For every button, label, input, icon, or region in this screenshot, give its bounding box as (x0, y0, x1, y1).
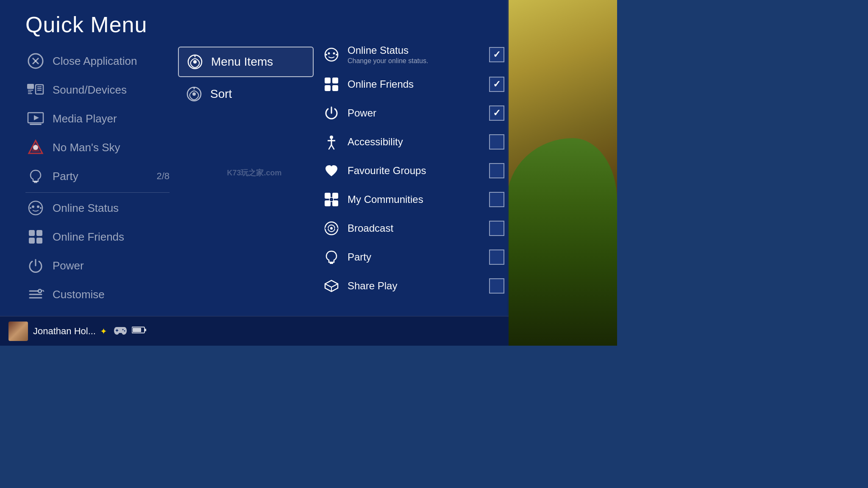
sidebar-item-party[interactable]: Party 2/8 (25, 162, 170, 193)
right-item-broadcast[interactable]: Broadcast (322, 215, 504, 242)
accessibility-checkbox[interactable] (489, 134, 504, 150)
favourite-groups-checkbox[interactable] (489, 163, 504, 178)
main-panel: Quick Menu Close Application (0, 0, 509, 346)
right-item-favourite-groups[interactable]: Favourite Groups (322, 157, 504, 184)
power-checkbox[interactable] (489, 105, 504, 121)
controller-icon (114, 325, 127, 337)
online-friends-left-label: Online Friends (53, 230, 124, 244)
online-status-left-label: Online Status (53, 202, 119, 215)
right-column: Online Status Change your online status.… (322, 40, 504, 301)
right-item-share-play[interactable]: Share Play (322, 272, 504, 299)
svg-rect-53 (332, 193, 338, 199)
online-friends-checkbox[interactable] (489, 77, 504, 92)
online-status-right-text: Online Status Change your online status. (348, 44, 489, 65)
middle-item-sort[interactable]: Sort (178, 80, 314, 108)
username: Jonathan Hol... (33, 326, 96, 337)
svg-rect-7 (36, 85, 43, 94)
page-title: Quick Menu (25, 12, 147, 37)
favourite-groups-label: Favourite Groups (348, 165, 489, 177)
right-item-online-status[interactable]: Online Status Change your online status. (322, 40, 504, 69)
right-item-my-communities[interactable]: My Communities (322, 186, 504, 213)
close-app-label: Close Application (53, 55, 137, 68)
party-right-checkbox[interactable] (489, 250, 504, 265)
close-app-icon (25, 51, 46, 71)
share-play-label: Share Play (348, 280, 489, 292)
online-status-sublabel: Change your online status. (348, 57, 489, 65)
sidebar-item-customise[interactable]: Customise (25, 280, 170, 309)
svg-rect-45 (325, 85, 331, 91)
broadcast-label: Broadcast (348, 222, 489, 234)
left-column: Close Application Sound/Devices (25, 47, 170, 309)
svg-marker-13 (34, 115, 39, 120)
share-play-text: Share Play (348, 280, 489, 292)
svg-point-41 (326, 54, 327, 55)
no-mans-sky-label: No Man's Sky (53, 141, 120, 154)
svg-rect-8 (37, 86, 42, 87)
accessibility-text: Accessibility (348, 136, 489, 148)
svg-rect-24 (29, 230, 35, 236)
svg-rect-73 (133, 328, 141, 332)
power-right-icon (322, 104, 341, 122)
right-item-party[interactable]: Party (322, 244, 504, 271)
svg-line-64 (325, 284, 331, 287)
customise-label: Customise (53, 288, 105, 301)
online-friends-right-text: Online Friends (348, 78, 489, 90)
sort-label: Sort (210, 87, 232, 101)
online-friends-right-label: Online Friends (348, 78, 489, 90)
bottom-bar: Jonathan Hol... ✦ (0, 316, 509, 346)
sidebar-item-close-app[interactable]: Close Application (25, 47, 170, 75)
my-communities-checkbox[interactable] (489, 192, 504, 207)
battery-icon (132, 326, 147, 336)
avatar (8, 322, 28, 341)
sound-devices-icon (25, 80, 46, 100)
middle-item-menu-items[interactable]: Menu Items (178, 47, 314, 77)
right-item-accessibility[interactable]: Accessibility (322, 128, 504, 155)
svg-rect-55 (332, 200, 338, 206)
svg-rect-4 (28, 90, 33, 91)
sidebar-item-online-friends[interactable]: Online Friends (25, 222, 170, 251)
svg-rect-6 (28, 93, 32, 94)
menu-items-icon (186, 53, 204, 71)
online-status-checkbox[interactable] (489, 47, 504, 62)
party-right-icon (322, 248, 341, 266)
online-status-right-label: Online Status (348, 44, 489, 56)
svg-rect-52 (325, 193, 331, 199)
svg-point-22 (30, 207, 31, 209)
power-right-label: Power (348, 107, 489, 119)
sort-icon (185, 85, 203, 103)
sidebar-item-sound-devices[interactable]: Sound/Devices (25, 75, 170, 104)
power-left-label: Power (53, 259, 84, 272)
svg-line-50 (329, 145, 331, 149)
svg-point-36 (192, 92, 196, 96)
sidebar-item-media-player[interactable]: Media Player (25, 104, 170, 133)
party-label: Party (53, 170, 78, 183)
online-friends-left-icon (25, 227, 46, 247)
svg-point-33 (193, 60, 197, 64)
sidebar-item-power[interactable]: Power (25, 251, 170, 280)
power-left-icon (25, 255, 46, 276)
svg-rect-10 (37, 90, 42, 91)
svg-rect-27 (36, 238, 42, 244)
svg-rect-25 (36, 230, 42, 236)
sidebar-item-online-status[interactable]: Online Status (25, 194, 170, 222)
svg-point-20 (32, 205, 34, 208)
svg-rect-43 (325, 78, 331, 83)
svg-point-21 (37, 205, 39, 208)
my-communities-label: My Communities (348, 194, 489, 205)
svg-point-47 (330, 136, 333, 139)
middle-column: Menu Items Sort (178, 47, 314, 111)
svg-rect-3 (27, 84, 34, 89)
svg-point-40 (333, 53, 335, 55)
broadcast-checkbox[interactable] (489, 221, 504, 236)
right-item-power[interactable]: Power (322, 100, 504, 127)
svg-line-65 (331, 284, 338, 287)
share-play-checkbox[interactable] (489, 278, 504, 294)
svg-rect-44 (332, 78, 338, 83)
svg-rect-26 (29, 238, 35, 244)
svg-point-23 (40, 207, 42, 209)
svg-point-69 (122, 329, 123, 330)
online-friends-right-icon (322, 75, 341, 94)
sidebar-item-no-mans-sky[interactable]: No Man's Sky (25, 133, 170, 162)
favourite-groups-icon (322, 161, 341, 180)
right-item-online-friends[interactable]: Online Friends (322, 71, 504, 98)
